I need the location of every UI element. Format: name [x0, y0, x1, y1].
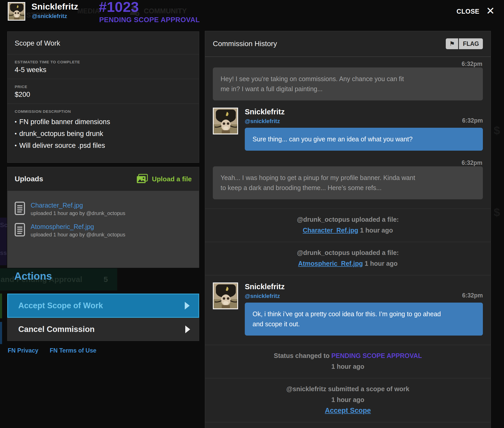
- feed-divider: [205, 422, 491, 422]
- file-link[interactable]: Character_Ref.jpg: [303, 227, 358, 234]
- event-time: 1 hour ago: [213, 394, 483, 405]
- message-timestamp: 6:32pm: [462, 292, 483, 299]
- scope-panel-title: Scope of Work: [7, 32, 199, 54]
- outgoing-message-bubble: Sure thing... can you give me an idea of…: [245, 128, 483, 151]
- ghost-text-ss: ss: [0, 249, 7, 256]
- price-label: PRICE: [15, 84, 192, 89]
- flag-icon: ⚑: [446, 38, 458, 49]
- chevron-right-icon: [185, 302, 190, 310]
- accept-scope-label: Accept Scope of Work: [18, 301, 103, 310]
- eta-field: ESTIMATED TIME TO COMPLETE 4-5 weeks: [7, 54, 199, 79]
- close-icon: ✕: [486, 6, 495, 16]
- scope-submitted-event: @snicklefritz submitted a scope of work …: [213, 378, 483, 422]
- event-time: 1 hour ago: [213, 361, 483, 372]
- file-link[interactable]: Character_Ref.jpg: [31, 202, 125, 209]
- uploaded-file-row: Atomospheric_Ref.jpg uploaded 1 hour ago…: [15, 223, 192, 238]
- message-timestamp: 6:32pm: [213, 61, 483, 67]
- avatar[interactable]: [8, 2, 25, 21]
- document-icon: [15, 223, 25, 236]
- status-change-event: Status changed to PENDING SCOPE APPROVAL…: [213, 345, 483, 378]
- avatar[interactable]: [213, 108, 238, 134]
- description-bullet: •drunk_octopus being drunk: [15, 128, 192, 140]
- sender-handle[interactable]: @snicklefritz: [245, 293, 285, 299]
- description-bullet: •Will deliver source .psd files: [15, 140, 192, 152]
- description-bullet: •FN profile banner dimensions: [15, 116, 192, 128]
- commission-history-panel: Commission History ⚑ FLAG 6:32pm Hey! I …: [205, 31, 491, 428]
- event-text: @drunk_octopus uploaded a file:: [213, 214, 483, 225]
- incoming-message-bubble: Hey! I see you’re taking on commissions.…: [213, 67, 483, 100]
- event-time: 1 hour ago: [360, 227, 393, 234]
- fn-privacy-link[interactable]: FN Privacy: [8, 347, 38, 354]
- close-label: CLOSE: [457, 8, 480, 15]
- upload-file-label: Upload a file: [152, 175, 192, 183]
- price-field: PRICE $200: [7, 79, 199, 104]
- event-text: Status changed to: [274, 352, 330, 359]
- incoming-message-bubble: Yeah... I was hoping to get a pinup for …: [213, 166, 483, 199]
- ghost-dollar: $: [494, 206, 500, 219]
- eta-value: 4-5 weeks: [15, 66, 192, 74]
- event-text: @snicklefritz submitted a scope of work: [213, 383, 483, 394]
- cancel-commission-button[interactable]: Cancel Commission: [7, 318, 199, 341]
- commission-modal: STORIES MEDIA COMMUNITY Sco ss and Pendi…: [0, 0, 504, 428]
- feed-divider: [205, 275, 491, 275]
- file-upload-event: @drunk_octopus uploaded a file: Characte…: [213, 209, 483, 242]
- document-icon: [15, 202, 25, 215]
- event-text: @drunk_octopus uploaded a file:: [213, 247, 483, 258]
- ghost-dollar: $: [494, 124, 500, 137]
- file-link[interactable]: Atomospheric_Ref.jpg: [31, 223, 125, 230]
- message-timestamp: 6:32pm: [462, 117, 483, 125]
- flag-label: FLAG: [459, 38, 483, 49]
- history-title: Commission History: [213, 40, 277, 48]
- commission-description: COMMISSION DESCRIPTION •FN profile banne…: [7, 104, 199, 162]
- cancel-commission-label: Cancel Commission: [18, 325, 95, 334]
- fn-terms-link[interactable]: FN Terms of Use: [50, 347, 96, 354]
- uploads-title: Uploads: [15, 175, 43, 183]
- file-upload-event: @drunk_octopus uploaded a file: Atmosphe…: [213, 242, 483, 275]
- accept-scope-link[interactable]: Accept Scope: [325, 407, 371, 414]
- outgoing-message-block: Snicklefritz @snicklefritz 6:32pm Ok, i …: [213, 283, 483, 336]
- description-label: COMMISSION DESCRIPTION: [15, 109, 192, 114]
- upload-image-icon: [136, 174, 148, 184]
- eta-label: ESTIMATED TIME TO COMPLETE: [15, 60, 192, 64]
- uploads-panel: Uploads Upload a file Character_Ref.jpg …: [7, 167, 199, 268]
- sender-handle[interactable]: @snicklefritz: [245, 118, 285, 125]
- sender-name: Snicklefritz: [245, 108, 285, 116]
- file-link[interactable]: Atmospheric_Ref.jpg: [298, 260, 363, 267]
- sender-name: Snicklefritz: [245, 283, 285, 291]
- file-meta: uploaded 1 hour ago by @drunk_octopus: [31, 232, 125, 238]
- close-button[interactable]: CLOSE ✕: [457, 6, 495, 16]
- artist-name: Snicklefritz: [31, 2, 78, 12]
- message-timestamp: 6:32pm: [213, 159, 483, 166]
- artist-handle[interactable]: @snicklefritz: [32, 13, 67, 20]
- uploads-list: Character_Ref.jpg uploaded 1 hour ago by…: [7, 191, 199, 268]
- flag-button[interactable]: ⚑ FLAG: [446, 38, 483, 49]
- history-feed: 6:32pm Hey! I see you’re taking on commi…: [205, 57, 491, 428]
- commission-id: #1023: [99, 0, 139, 15]
- event-time: 1 hour ago: [365, 260, 398, 267]
- modal-header-bar: Snicklefritz @snicklefritz #1023 PENDING…: [0, 0, 504, 24]
- upload-file-button[interactable]: Upload a file: [136, 174, 192, 184]
- chevron-right-icon: [185, 326, 190, 333]
- ghost-column-count: 5: [104, 275, 108, 284]
- accept-scope-button[interactable]: Accept Scope of Work: [7, 294, 199, 318]
- commission-status-badge: PENDING SCOPE APPROVAL: [99, 16, 200, 24]
- price-value: $200: [15, 91, 192, 99]
- uploaded-file-row: Character_Ref.jpg uploaded 1 hour ago by…: [15, 202, 192, 216]
- actions-title: Actions: [14, 270, 52, 282]
- scope-of-work-panel: Scope of Work ESTIMATED TIME TO COMPLETE…: [7, 31, 199, 163]
- status-value: PENDING SCOPE APPROVAL: [331, 352, 422, 359]
- file-meta: uploaded 1 hour ago by @drunk_octopus: [31, 210, 125, 216]
- avatar[interactable]: [213, 283, 238, 309]
- outgoing-message-bubble: Ok, i think i’ve got a pretty cool idea …: [245, 303, 483, 336]
- outgoing-message-block: Snicklefritz @snicklefritz 6:32pm Sure t…: [213, 108, 483, 151]
